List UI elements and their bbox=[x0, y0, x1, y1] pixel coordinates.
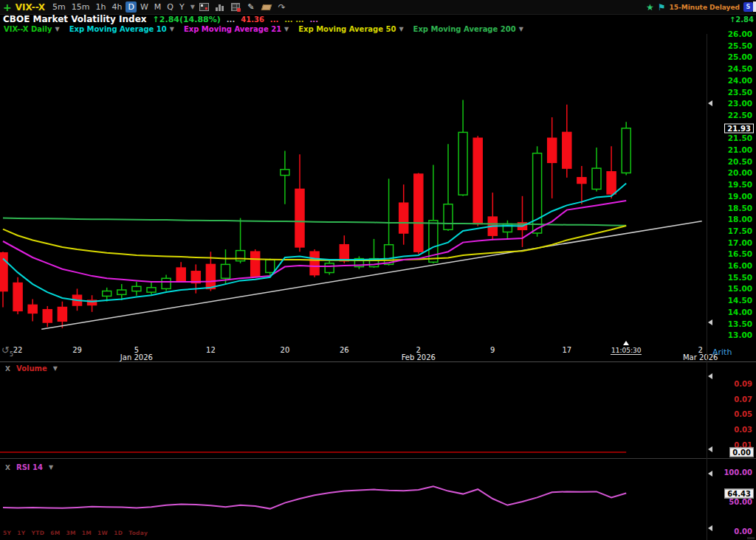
legend-row: VIX--X Daily▼Exp Moving Average 10▼Exp M… bbox=[0, 24, 746, 34]
pane-divider[interactable] bbox=[0, 361, 756, 362]
price-marker-arrow-icon bbox=[708, 319, 712, 325]
rsi-marker-arrow-icon bbox=[708, 525, 712, 531]
price-tick: 18.50 bbox=[728, 204, 752, 212]
range-button-1y[interactable]: 1Y bbox=[17, 530, 25, 536]
legend-caret-icon[interactable]: ▼ bbox=[170, 26, 174, 32]
favorite-star-icon[interactable]: ★ bbox=[646, 3, 654, 12]
price-tick: 26.00 bbox=[728, 30, 752, 38]
timeframe-Y[interactable]: Y bbox=[177, 1, 187, 13]
price-marker-arrow-icon bbox=[708, 100, 712, 106]
rsi-chart[interactable] bbox=[0, 459, 707, 540]
timeframe-M[interactable]: M bbox=[152, 1, 164, 13]
rsi-tick: 0.00 bbox=[734, 527, 752, 536]
x-tick: 20 bbox=[259, 346, 311, 354]
volume-tick: 0.05 bbox=[734, 410, 752, 418]
current-time-marker-icon bbox=[623, 341, 629, 345]
range-button-1m[interactable]: 1M bbox=[82, 530, 92, 536]
rsi-marker-arrow-icon bbox=[708, 471, 712, 477]
legend-caret-icon[interactable]: ▼ bbox=[399, 26, 403, 32]
timeframe-4h[interactable]: 4h bbox=[109, 1, 124, 13]
eraser-icon[interactable] bbox=[261, 2, 272, 13]
close-volume-icon[interactable]: X bbox=[5, 365, 10, 373]
range-button-6m[interactable]: 6M bbox=[50, 530, 60, 536]
volume-tick: 0.03 bbox=[734, 426, 752, 434]
price-tick: 19.50 bbox=[728, 180, 752, 189]
timeframe-1h[interactable]: 1h bbox=[93, 1, 108, 13]
x-tick-month: Feb 2026 bbox=[389, 353, 448, 361]
change-value: ↑2.84(14.88%) bbox=[153, 15, 221, 24]
price-tick: 21.00 bbox=[728, 145, 752, 154]
legend-item[interactable]: Exp Moving Average 50▼ bbox=[298, 25, 403, 33]
axis-scale-label[interactable]: Arith bbox=[712, 347, 732, 357]
resize-grip[interactable] bbox=[747, 537, 755, 539]
range-button-3m[interactable]: 3M bbox=[66, 530, 75, 536]
timeframe-15m[interactable]: 15m bbox=[69, 1, 92, 13]
rsi-tick: 50.00 bbox=[729, 498, 752, 506]
price-tick: 14.50 bbox=[728, 296, 752, 305]
legend-item[interactable]: Exp Moving Average 10▼ bbox=[69, 25, 174, 33]
volume-chart[interactable] bbox=[0, 363, 707, 458]
draw-icon[interactable]: ✎ bbox=[245, 2, 257, 13]
timeframe-buttons: 5m15m1h4hDWMQY bbox=[50, 1, 187, 13]
price-tick: 25.00 bbox=[728, 52, 752, 61]
rsi-tick: 100.00 bbox=[724, 468, 752, 477]
timeframe-Q[interactable]: Q bbox=[165, 1, 176, 13]
price-tick: 13.50 bbox=[728, 319, 752, 328]
x-axis: 22295Jan 20261220262Feb 202691711:05:302… bbox=[0, 343, 756, 361]
legend-label: Exp Moving Average 200 bbox=[413, 25, 516, 33]
legend-label: Exp Moving Average 10 bbox=[69, 25, 167, 33]
timeframe-D[interactable]: D bbox=[126, 1, 136, 13]
x-tick: 17 bbox=[541, 346, 593, 354]
range-button-1w[interactable]: 1W bbox=[97, 530, 108, 536]
x-tick: 9 bbox=[467, 346, 518, 354]
rsi-pane-label[interactable]: RSI 14 bbox=[16, 463, 43, 471]
price-tick: 16.00 bbox=[728, 261, 752, 270]
chart-title: CBOE Market Volatility Index bbox=[3, 15, 147, 24]
symbol-label[interactable]: VIX--X bbox=[16, 2, 45, 13]
price-chart[interactable] bbox=[0, 34, 707, 343]
current-price-box: 21.93 bbox=[724, 123, 754, 133]
legend-item[interactable]: Exp Moving Average 200▼ bbox=[413, 25, 523, 33]
x-tick: 29 bbox=[52, 346, 103, 354]
quote-field: ... ... bbox=[284, 15, 303, 24]
toolbar: + VIX--X 5m15m1h4hDWMQY ▼ ✎ ↷ ★ ⚑ 15-Min… bbox=[0, 0, 756, 15]
quote-field: 41.36 bbox=[241, 15, 264, 24]
current-rsi-box: 64.43 bbox=[724, 488, 754, 498]
range-buttons: 5Y1YYTD6M3M1M1W1DToday bbox=[3, 530, 148, 536]
legend-caret-icon[interactable]: ▼ bbox=[519, 26, 523, 32]
volume-caret-icon[interactable]: ▼ bbox=[53, 365, 58, 372]
chart-style-icon[interactable] bbox=[199, 2, 210, 13]
share-icon[interactable]: ↷ bbox=[276, 2, 288, 13]
range-button-5y[interactable]: 5Y bbox=[3, 530, 11, 536]
price-axis-column[interactable]: 26.0025.5025.0024.5024.0023.5023.0022.50… bbox=[707, 0, 756, 540]
quote-extra-fields: ...41.36...... ...... bbox=[227, 15, 318, 24]
range-button-today[interactable]: Today bbox=[128, 530, 148, 536]
timeframe-caret-icon[interactable]: ▼ bbox=[190, 4, 195, 10]
volume-tick: 0.07 bbox=[734, 395, 752, 403]
price-tick: 21.50 bbox=[728, 134, 752, 142]
trendline bbox=[41, 221, 701, 330]
legend-item[interactable]: Exp Moving Average 21▼ bbox=[184, 25, 289, 33]
legend-caret-icon[interactable]: ▼ bbox=[55, 26, 59, 32]
range-button-ytd[interactable]: YTD bbox=[32, 530, 45, 536]
axis-separator bbox=[707, 34, 707, 540]
refresh-icon[interactable]: ↺ bbox=[1, 345, 10, 356]
volume-toggle-icon[interactable] bbox=[214, 2, 226, 13]
add-symbol-icon[interactable]: + bbox=[3, 2, 12, 13]
timeframe-5m[interactable]: 5m bbox=[50, 1, 68, 13]
studies-icon[interactable] bbox=[230, 2, 241, 13]
flag-icon[interactable]: ⚑ bbox=[658, 3, 666, 12]
legend-label: Exp Moving Average 21 bbox=[184, 25, 281, 33]
quote-field: ... bbox=[270, 15, 278, 24]
rsi-line bbox=[3, 486, 626, 508]
close-rsi-icon[interactable]: X bbox=[5, 464, 10, 471]
rsi-caret-icon[interactable]: ▼ bbox=[49, 464, 53, 471]
legend-item[interactable]: VIX--X Daily▼ bbox=[4, 25, 60, 33]
range-button-1d[interactable]: 1D bbox=[114, 530, 123, 536]
timeframe-W[interactable]: W bbox=[138, 1, 151, 13]
volume-pane-label[interactable]: Volume bbox=[16, 364, 47, 373]
candles-group bbox=[0, 100, 630, 328]
legend-caret-icon[interactable]: ▼ bbox=[284, 26, 289, 32]
charting-app: + VIX--X 5m15m1h4hDWMQY ▼ ✎ ↷ ★ ⚑ 15-Min… bbox=[0, 0, 756, 540]
quote-field: ... bbox=[227, 15, 235, 24]
